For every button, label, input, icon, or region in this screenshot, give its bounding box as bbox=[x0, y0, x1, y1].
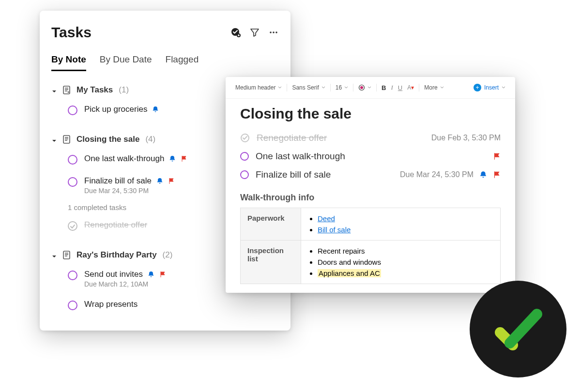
chevron-down-icon bbox=[51, 87, 57, 93]
editor-task-row[interactable]: One last walk-through bbox=[240, 147, 501, 166]
new-task-icon[interactable] bbox=[230, 27, 241, 38]
chevron-down-icon bbox=[51, 252, 57, 258]
task-checkbox[interactable] bbox=[68, 155, 77, 165]
checkmark-badge bbox=[470, 281, 566, 377]
task-label: Pick up groceries bbox=[84, 105, 147, 114]
task-checkbox[interactable] bbox=[240, 170, 249, 179]
table-row: Paperwork Deed Bill of sale bbox=[241, 208, 501, 241]
editor-task-row[interactable]: Finalize bill of sale Due Mar 24, 5:30 P… bbox=[240, 166, 501, 184]
group-name: My Tasks bbox=[76, 85, 113, 95]
text-style-dropdown[interactable]: Medium header bbox=[235, 84, 282, 91]
bell-icon bbox=[156, 178, 163, 184]
tasks-tabs: By Note By Due Date Flagged bbox=[45, 45, 286, 72]
list-item: Doors and windows bbox=[318, 258, 381, 266]
table-cell[interactable]: Recent repairs Doors and windows Applian… bbox=[301, 241, 501, 284]
tasks-header-actions bbox=[230, 27, 279, 38]
task-checkbox[interactable] bbox=[240, 152, 249, 161]
task-label: Finalize bill of sale bbox=[84, 176, 152, 186]
svg-point-3 bbox=[273, 31, 275, 33]
chevron-down-icon bbox=[51, 136, 57, 142]
link-bill-of-sale[interactable]: Bill of sale bbox=[318, 226, 351, 234]
more-dropdown[interactable]: More bbox=[424, 84, 443, 91]
editor-body[interactable]: Closing the sale Renegotiate offer Due F… bbox=[226, 99, 515, 289]
task-label: Finalize bill of sale bbox=[256, 169, 331, 180]
task-checkbox[interactable] bbox=[68, 301, 77, 310]
editor-task-row[interactable]: Renegotiate offer Due Feb 3, 5:30 PM bbox=[240, 129, 501, 147]
link-deed[interactable]: Deed bbox=[318, 214, 335, 223]
table-cell[interactable]: Deed Bill of sale bbox=[301, 208, 501, 241]
chevron-down-icon bbox=[321, 86, 325, 90]
italic-button[interactable]: I bbox=[391, 84, 393, 91]
task-due: Due Mar 24, 5:30 PM bbox=[400, 170, 474, 179]
flag-icon[interactable] bbox=[493, 152, 501, 160]
chevron-down-icon bbox=[440, 86, 444, 90]
flag-icon bbox=[159, 271, 166, 278]
note-icon bbox=[62, 250, 72, 260]
flag-icon bbox=[181, 155, 187, 162]
chevron-down-icon bbox=[344, 86, 348, 90]
plus-circle-icon: + bbox=[474, 84, 481, 91]
task-checkbox-done[interactable] bbox=[68, 221, 77, 231]
task-label: Renegotiate offer bbox=[257, 133, 327, 143]
tab-flagged[interactable]: Flagged bbox=[166, 54, 199, 71]
filter-icon[interactable] bbox=[250, 28, 260, 37]
svg-point-9 bbox=[360, 86, 363, 89]
more-icon[interactable] bbox=[268, 27, 279, 38]
group-name: Closing the sale bbox=[76, 135, 139, 144]
font-dropdown[interactable]: Sans Serif bbox=[292, 84, 325, 91]
list-item: Recent repairs bbox=[318, 247, 365, 255]
chevron-down-icon bbox=[502, 86, 505, 90]
underline-button[interactable]: U bbox=[398, 84, 402, 91]
checkmark-icon bbox=[487, 298, 550, 361]
task-label: Send out invites bbox=[84, 270, 143, 279]
bell-icon bbox=[169, 155, 176, 162]
list-item-highlighted: Appliances and AC bbox=[318, 269, 381, 277]
task-checkbox-done[interactable] bbox=[240, 133, 250, 143]
svg-rect-7 bbox=[63, 251, 70, 259]
font-size-dropdown[interactable]: 16 bbox=[336, 84, 348, 91]
svg-point-2 bbox=[270, 31, 272, 33]
group-name: Ray's Birthday Party bbox=[76, 250, 157, 260]
task-label: Wrap presents bbox=[84, 300, 138, 309]
chevron-down-icon bbox=[278, 86, 282, 90]
svg-point-4 bbox=[275, 31, 277, 33]
walk-through-table: Paperwork Deed Bill of sale Inspection l… bbox=[240, 208, 501, 284]
note-title[interactable]: Closing the sale bbox=[240, 106, 501, 122]
text-color-dropdown[interactable] bbox=[358, 84, 371, 91]
highlight-dropdown[interactable]: A▾ bbox=[407, 84, 414, 91]
editor-toolbar: Medium header Sans Serif 16 B I U A▾ Mor… bbox=[226, 77, 515, 99]
task-row[interactable]: Wrap presents bbox=[45, 294, 286, 316]
section-heading: Walk-through info bbox=[240, 193, 501, 203]
tasks-header: Tasks bbox=[45, 24, 286, 45]
page-title: Tasks bbox=[51, 24, 92, 41]
bell-icon bbox=[152, 106, 159, 113]
flag-icon bbox=[168, 178, 175, 184]
table-row: Inspection list Recent repairs Doors and… bbox=[241, 241, 501, 284]
bell-icon bbox=[148, 271, 154, 278]
task-checkbox[interactable] bbox=[68, 177, 77, 187]
group-count: (4) bbox=[145, 135, 155, 144]
tab-by-note[interactable]: By Note bbox=[51, 54, 86, 71]
task-label: Renegotiate offer bbox=[84, 220, 147, 230]
note-icon bbox=[62, 135, 72, 144]
task-label: One last walk-through bbox=[256, 151, 345, 162]
task-label: One last walk-through bbox=[84, 154, 164, 164]
color-wheel-icon bbox=[358, 84, 365, 91]
bell-icon[interactable] bbox=[479, 171, 487, 179]
task-checkbox[interactable] bbox=[68, 106, 77, 115]
flag-icon[interactable] bbox=[493, 171, 501, 179]
chevron-down-icon bbox=[367, 86, 371, 90]
group-count: (1) bbox=[119, 85, 129, 95]
editor-panel: Medium header Sans Serif 16 B I U A▾ Mor… bbox=[226, 77, 515, 293]
note-star-icon bbox=[62, 85, 72, 95]
table-header: Inspection list bbox=[241, 241, 301, 284]
group-count: (2) bbox=[163, 250, 173, 260]
insert-button[interactable]: + Insert bbox=[474, 84, 505, 91]
table-header: Paperwork bbox=[241, 208, 301, 241]
task-checkbox[interactable] bbox=[68, 271, 77, 280]
task-due: Due Feb 3, 5:30 PM bbox=[431, 134, 501, 142]
tab-by-due-date[interactable]: By Due Date bbox=[100, 54, 152, 71]
bold-button[interactable]: B bbox=[382, 84, 386, 91]
svg-rect-6 bbox=[63, 136, 70, 143]
